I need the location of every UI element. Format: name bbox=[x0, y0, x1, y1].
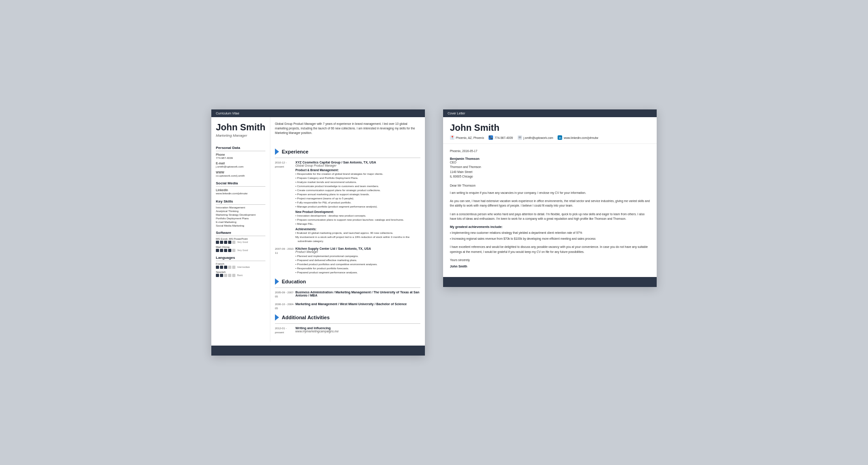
skill-6: Social Media Marketing bbox=[216, 224, 265, 227]
skill-5: E-mail Marketing bbox=[216, 221, 265, 223]
exp-bullet: • Communicate product knowledge to custo… bbox=[295, 184, 420, 188]
software-2: Mail Chimp Very Good bbox=[216, 246, 265, 252]
dot bbox=[220, 249, 223, 252]
cover-letter-document: Cover Letter John Smith 📍 Phoenix, AZ, P… bbox=[443, 109, 657, 287]
linkedin-label: LinkedIn bbox=[216, 188, 265, 192]
cl-name: John Smith bbox=[450, 123, 650, 133]
cl-location: 📍 Phoenix, AZ, Phoenix bbox=[450, 135, 484, 140]
cv-name-left: John Smith Marketing Manager bbox=[211, 117, 270, 142]
software-1-label: Very Good bbox=[237, 241, 248, 243]
experience-title: Experience bbox=[282, 149, 309, 154]
exp-bullet: • Prepare annual marketing plans to supp… bbox=[295, 193, 420, 197]
edu-2-date: 2000-10 - 2004-05 bbox=[275, 302, 295, 311]
exp-bullet: • Planned and implemented promotional ca… bbox=[295, 254, 420, 258]
exp-2-content: Kitchen Supply Center Ltd / San Antonio,… bbox=[295, 247, 420, 275]
activity-1-detail: www.mymarketingcampaigns.me bbox=[295, 330, 420, 333]
edu-item-1: 2005-09 - 2007-05 Business Administratio… bbox=[275, 291, 420, 299]
experience-divider bbox=[275, 158, 420, 158]
dot bbox=[220, 274, 223, 277]
cl-para-3: I am a conscientious person who works ha… bbox=[450, 212, 650, 222]
recipient-company: Thomson and Thomson bbox=[450, 165, 650, 169]
dot bbox=[228, 274, 231, 277]
activities-section-header: Additional Activities bbox=[275, 314, 420, 321]
education-divider bbox=[275, 287, 420, 288]
edu-1-content: Business Administration / Marketing Mana… bbox=[295, 291, 420, 299]
linkedin-value: www.linkedin.com/johnuiw bbox=[216, 192, 265, 195]
education-arrow-icon bbox=[275, 278, 279, 285]
exp-bullet: • Create communication support plans for… bbox=[295, 188, 420, 193]
cl-location-text: Phoenix, AZ, Phoenix bbox=[456, 136, 484, 139]
cv-job-title: Marketing Manager bbox=[216, 134, 265, 138]
exp-bullet: • Provided product portfolios and compet… bbox=[295, 262, 420, 267]
linkedin-icon: in bbox=[558, 135, 562, 140]
cl-name-section: John Smith 📍 Phoenix, AZ, Phoenix 📞 774-… bbox=[443, 117, 657, 144]
dot bbox=[232, 266, 235, 269]
exp-bullet: I finalized 10 global marketing projects… bbox=[295, 231, 420, 235]
key-skills-title: Key Skills bbox=[216, 199, 265, 205]
skill-4: Portfolio Deployment Plans bbox=[216, 217, 265, 220]
software-2-label: Very Good bbox=[237, 249, 248, 252]
exp-bullet: • Prepare communication plans to support… bbox=[295, 218, 420, 222]
exp-bullet: • Prepare Category and Portfolio Deploym… bbox=[295, 176, 420, 180]
lang-2-bar: Basic bbox=[216, 274, 265, 277]
lang-1: French Intermediate bbox=[216, 262, 265, 269]
cl-phone-text: 774-987-4009 bbox=[494, 136, 513, 139]
edu-2-title: Marketing and Management / West Miami Un… bbox=[295, 302, 420, 306]
recipient-title: CEO bbox=[450, 160, 650, 165]
cl-date: Phoenix, 2016-05-17 bbox=[450, 149, 650, 153]
phone-value: 774-987-4009 bbox=[216, 156, 265, 160]
cv-main-content: Experience 2010-12 - present XYZ Cosmeti… bbox=[270, 142, 425, 342]
edu-item-2: 2000-10 - 2004-05 Marketing and Manageme… bbox=[275, 302, 420, 311]
cl-salutation: Dear Mr Thomson bbox=[450, 184, 650, 187]
exp-item-2: 2007-09 - 2010-11 Kitchen Supply Center … bbox=[275, 247, 420, 275]
education-title: Education bbox=[282, 279, 306, 284]
recipient-address: 1140 Main Street bbox=[450, 170, 650, 174]
software-1: MS Excel, MS PowerPoint Very Good bbox=[216, 237, 265, 244]
achievements-title: My greatest achievements include: bbox=[450, 225, 650, 228]
cv-document: Curriculum Vitae John Smith Marketing Ma… bbox=[211, 109, 425, 356]
skill-1: Innovation Management bbox=[216, 206, 265, 209]
exp-1-company: XYZ Cosmetics Capital Group / San Antoni… bbox=[295, 161, 420, 164]
exp-item-1: 2010-12 - present XYZ Cosmetics Capital … bbox=[275, 161, 420, 243]
cl-linkedin-text: www.linkedin.com/johnutw bbox=[564, 136, 598, 139]
activity-1-content: Writing and Influencing www.mymarketingc… bbox=[295, 326, 420, 335]
email-value: j.smith@uptowork.com bbox=[216, 165, 265, 168]
exp-bullet: • Innovation development - develop new p… bbox=[295, 214, 420, 218]
exp-1-date: 2010-12 - present bbox=[275, 161, 295, 243]
cv-name-section: John Smith Marketing Manager Global Grou… bbox=[211, 117, 425, 142]
cl-para-1: I am writing to enquire if you have any … bbox=[450, 191, 650, 195]
lang-2-label: Basic bbox=[237, 274, 243, 277]
exp-bullet: • Manage product portfolio (product segm… bbox=[295, 205, 420, 209]
exp-bullet: • Fully responsible for P&L of product p… bbox=[295, 201, 420, 205]
dot bbox=[224, 241, 227, 244]
software-2-bar: Very Good bbox=[216, 249, 265, 252]
dot bbox=[228, 249, 231, 252]
lang-1-bar: Intermediate bbox=[216, 266, 265, 269]
dot bbox=[220, 241, 223, 244]
software-2-name: Mail Chimp bbox=[216, 246, 265, 248]
phone-label: Phone bbox=[216, 153, 265, 156]
cv-summary: Global Group Product Manager with 7 year… bbox=[270, 117, 425, 142]
cl-body: Phoenix, 2016-05-17 Benjamin Thomson CEO… bbox=[443, 144, 657, 273]
cl-contact-row: 📍 Phoenix, AZ, Phoenix 📞 774-987-4009 ✉ … bbox=[450, 135, 650, 140]
dot bbox=[216, 241, 219, 244]
cl-signature: John Smith bbox=[450, 265, 650, 268]
dot bbox=[220, 266, 223, 269]
achievement-2: • Increasing regional sales revenue from… bbox=[450, 237, 650, 241]
lang-2: Spanish Basic bbox=[216, 271, 265, 277]
email-label: E-mail bbox=[216, 162, 265, 165]
exp-2-date: 2007-09 - 2010-11 bbox=[275, 247, 295, 275]
lang-1-name: French bbox=[216, 262, 265, 265]
edu-2-content: Marketing and Management / West Miami Un… bbox=[295, 302, 420, 311]
cl-phone: 📞 774-987-4009 bbox=[489, 135, 513, 140]
cv-header-label: Curriculum Vitae bbox=[211, 109, 425, 117]
experience-section-header: Experience bbox=[275, 148, 420, 155]
recipient-name: Benjamin Thomson bbox=[450, 157, 650, 160]
activity-1-date: 2012-01 - present bbox=[275, 326, 295, 335]
exp-1-sub-2-title: New Product Development: bbox=[295, 210, 420, 213]
dot bbox=[228, 266, 231, 269]
software-1-bar: Very Good bbox=[216, 241, 265, 244]
cl-footer bbox=[443, 277, 657, 287]
cl-recipient: Benjamin Thomson CEO Thomson and Thomson… bbox=[450, 157, 650, 179]
exp-1-position: Global Group Product Manager bbox=[295, 164, 420, 167]
